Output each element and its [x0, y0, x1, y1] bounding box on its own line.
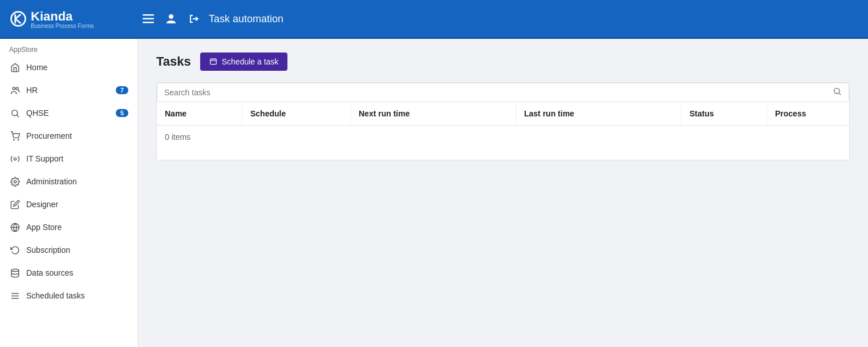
sidebar-item-designer[interactable]: Designer — [0, 193, 137, 216]
user-icon[interactable] — [165, 13, 177, 25]
scheduled-tasks-icon — [9, 290, 21, 301]
app-header: Kianda Business Process Forms Task autom… — [0, 0, 868, 39]
svg-rect-3 — [143, 22, 154, 23]
svg-point-10 — [18, 139, 18, 140]
main-layout: AppStore Home HR 7 QHSE 5 — [0, 39, 868, 347]
schedule-btn-label: Schedule a task — [222, 57, 279, 66]
sidebar-item-app-store[interactable]: App Store — [0, 216, 137, 239]
hr-icon — [9, 84, 21, 96]
logo-name: Kianda — [31, 9, 94, 24]
col-last-run-time: Last run time — [516, 102, 682, 125]
app-store-icon — [9, 221, 21, 233]
hr-badge: 7 — [116, 86, 128, 94]
col-status: Status — [682, 102, 767, 125]
sidebar-app-store-label: App Store — [26, 223, 128, 232]
svg-point-23 — [834, 88, 839, 94]
svg-point-6 — [15, 87, 18, 89]
sidebar-item-it-support[interactable]: IT Support — [0, 147, 137, 170]
menu-icon[interactable] — [143, 14, 154, 23]
page-header-title: Task automation — [209, 13, 283, 25]
svg-point-11 — [14, 158, 16, 160]
administration-icon — [9, 176, 21, 187]
kianda-logo-icon — [9, 10, 27, 28]
svg-line-8 — [17, 115, 18, 116]
designer-icon — [9, 199, 21, 210]
logo-text: Kianda Business Process Forms — [31, 9, 94, 29]
svg-rect-2 — [143, 18, 154, 20]
col-process: Process — [767, 102, 849, 125]
sidebar: AppStore Home HR 7 QHSE 5 — [0, 39, 138, 347]
schedule-btn-icon — [209, 58, 217, 66]
sidebar-subscription-label: Subscription — [26, 245, 128, 255]
sidebar-designer-label: Designer — [26, 200, 128, 209]
sidebar-item-subscription[interactable]: Subscription — [0, 239, 137, 261]
main-content: Tasks Schedule a task Name Schedule Next… — [138, 39, 868, 347]
sidebar-qhse-label: QHSE — [26, 108, 110, 118]
sidebar-item-qhse[interactable]: QHSE 5 — [0, 102, 137, 124]
search-input[interactable] — [164, 88, 833, 97]
sidebar-item-home[interactable]: Home — [0, 56, 137, 79]
sidebar-section-label: AppStore — [0, 39, 137, 56]
search-bar — [157, 83, 849, 102]
tasks-table-container: Name Schedule Next run time Last run tim… — [156, 82, 850, 160]
header-icons — [143, 13, 200, 25]
sidebar-home-label: Home — [26, 63, 128, 72]
svg-line-24 — [839, 93, 841, 95]
sidebar-it-support-label: IT Support — [26, 154, 128, 163]
col-schedule: Schedule — [242, 102, 351, 125]
logo-subtitle: Business Process Forms — [31, 23, 94, 29]
empty-label: 0 items — [165, 132, 190, 142]
subscription-icon — [9, 244, 21, 256]
svg-point-15 — [11, 269, 19, 271]
sidebar-item-procurement[interactable]: Procurement — [0, 124, 137, 147]
svg-point-0 — [11, 12, 26, 26]
svg-point-5 — [13, 87, 15, 89]
svg-rect-1 — [143, 14, 154, 16]
sidebar-item-data-sources[interactable]: Data sources — [0, 261, 137, 284]
sidebar-procurement-label: Procurement — [26, 131, 128, 140]
search-icon[interactable] — [833, 87, 842, 98]
sidebar-item-hr[interactable]: HR 7 — [0, 79, 137, 102]
table-body: 0 items — [157, 126, 849, 160]
svg-point-7 — [11, 110, 17, 115]
sidebar-item-administration[interactable]: Administration — [0, 170, 137, 193]
svg-point-9 — [13, 139, 14, 140]
page-header: Tasks Schedule a task — [156, 53, 850, 71]
home-icon — [9, 62, 21, 73]
logout-icon[interactable] — [188, 13, 200, 25]
it-support-icon — [9, 153, 21, 164]
col-next-run-time: Next run time — [351, 102, 516, 125]
qhse-icon — [9, 107, 21, 119]
svg-point-4 — [169, 14, 173, 19]
sidebar-item-scheduled-tasks[interactable]: Scheduled tasks — [0, 284, 137, 307]
qhse-badge: 5 — [116, 109, 128, 117]
sidebar-administration-label: Administration — [26, 177, 128, 186]
col-name: Name — [157, 102, 242, 125]
sidebar-scheduled-tasks-label: Scheduled tasks — [26, 291, 128, 300]
data-sources-icon — [9, 267, 21, 279]
sidebar-data-sources-label: Data sources — [26, 268, 128, 277]
schedule-task-button[interactable]: Schedule a task — [200, 53, 288, 71]
svg-point-12 — [14, 180, 16, 183]
svg-rect-19 — [210, 59, 217, 64]
page-title: Tasks — [156, 54, 191, 69]
sidebar-hr-label: HR — [26, 86, 110, 95]
procurement-icon — [9, 130, 21, 142]
table-header: Name Schedule Next run time Last run tim… — [157, 102, 849, 126]
logo-area: Kianda Business Process Forms — [9, 9, 129, 29]
